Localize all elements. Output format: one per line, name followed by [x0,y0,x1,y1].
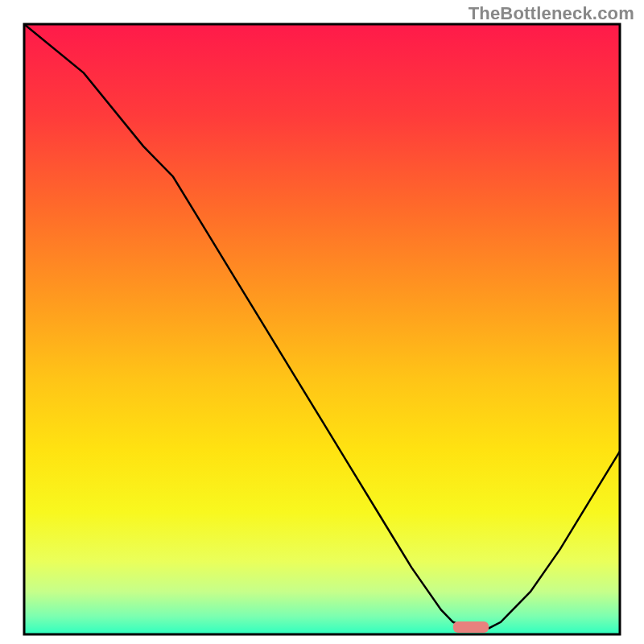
plot-svg [0,0,644,644]
plot-area [24,24,620,634]
plot-background [24,24,620,634]
chart-container: TheBottleneck.com [0,0,644,644]
optimal-marker [453,621,489,633]
watermark-text: TheBottleneck.com [469,3,634,24]
